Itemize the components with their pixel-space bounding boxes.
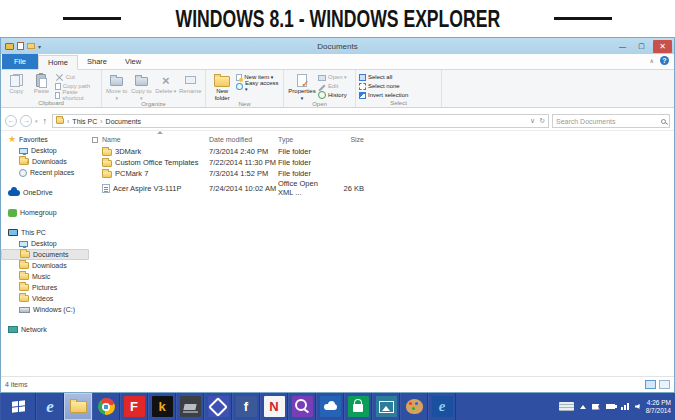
breadcrumb-documents[interactable]: Documents (106, 118, 141, 125)
volume-muted-icon[interactable] (635, 404, 640, 409)
group-label-select: Select (356, 100, 441, 107)
photos-icon (376, 396, 397, 417)
history-button[interactable]: History (318, 91, 347, 99)
help-icon[interactable]: ? (660, 56, 669, 65)
invert-selection-button[interactable]: Invert selection (359, 91, 408, 99)
taskbar-icon-search[interactable] (288, 393, 316, 420)
easy-access-button[interactable]: Easy access (236, 82, 280, 90)
taskbar-icon-flipboard[interactable]: F (120, 393, 148, 420)
taskbar-icon-ie-tile[interactable]: e (428, 393, 456, 420)
column-size[interactable]: Size (326, 136, 368, 143)
device-icon (180, 396, 201, 417)
taskbar-icon-file-explorer[interactable] (64, 393, 92, 420)
battery-icon[interactable] (606, 404, 615, 409)
taskbar-icon-paint[interactable] (400, 393, 428, 420)
breadcrumb[interactable]: › This PC › Documents ∨ ↻ (52, 114, 549, 128)
tab-file[interactable]: File (2, 54, 38, 69)
nav-item-homegroup[interactable]: Homegroup (1, 207, 89, 218)
nav-item-pictures[interactable]: Pictures (1, 282, 89, 293)
thumbnails-view-button[interactable] (659, 380, 670, 389)
paste-shortcut-button[interactable]: Paste shortcut (55, 91, 98, 99)
cut-button[interactable]: Cut (55, 73, 98, 81)
search-icon[interactable] (661, 119, 666, 124)
taskbar: e F k f N (0, 393, 675, 420)
nav-item-desktop[interactable]: Desktop (1, 145, 89, 156)
select-all-checkbox[interactable] (92, 137, 98, 143)
nav-item-videos[interactable]: Videos (1, 293, 89, 304)
taskbar-icon-onedrive[interactable] (316, 393, 344, 420)
minimize-button[interactable]: — (613, 40, 632, 53)
table-row[interactable]: 3DMark 7/3/2014 2:40 PM File folder (89, 146, 674, 157)
nav-item-pc-downloads[interactable]: Downloads (1, 260, 89, 271)
delete-button[interactable]: × Delete (154, 72, 178, 95)
back-icon[interactable]: ← (5, 115, 17, 127)
nav-item-favorites[interactable]: ★Favorites (1, 134, 89, 145)
nav-item-music[interactable]: Music (1, 271, 89, 282)
nav-item-network[interactable]: Network (1, 324, 89, 335)
taskbar-icon-netflix[interactable]: N (260, 393, 288, 420)
select-none-button[interactable]: Select none (359, 82, 408, 90)
taskbar-icon-chrome[interactable] (92, 393, 120, 420)
breadcrumb-this-pc[interactable]: This PC (72, 118, 97, 125)
rename-icon (185, 76, 196, 84)
taskbar-icon-photos[interactable] (372, 393, 400, 420)
taskbar-icon-device[interactable] (176, 393, 204, 420)
select-all-button[interactable]: Select all (359, 73, 408, 81)
taskbar-icon-facebook[interactable]: f (232, 393, 260, 420)
start-button[interactable] (0, 393, 36, 420)
facebook-icon: f (244, 396, 248, 417)
table-row[interactable]: Acer Aspire V3-111P 7/24/2014 10:02 AM O… (89, 179, 674, 190)
nav-item-recent-places[interactable]: Recent places (1, 167, 89, 178)
cut-icon (55, 73, 64, 82)
select-all-icon (359, 74, 366, 81)
copy-to-button[interactable]: Copy to (130, 72, 154, 101)
nav-item-downloads[interactable]: Downloads (1, 156, 89, 167)
nav-item-pc-desktop[interactable]: Desktop (1, 238, 89, 249)
refresh-icon[interactable]: ↻ (539, 117, 545, 125)
move-to-button[interactable]: Move to (105, 72, 129, 101)
copy-button[interactable]: Copy (4, 72, 28, 95)
tab-home[interactable]: Home (38, 55, 78, 70)
group-label-organize: Organize (102, 101, 205, 108)
maximize-button[interactable]: ▢ (632, 40, 651, 53)
touch-keyboard-icon[interactable] (559, 402, 574, 411)
network-signal-icon[interactable] (621, 403, 629, 410)
taskbar-icon-store[interactable] (344, 393, 372, 420)
paste-button[interactable]: Paste (29, 72, 53, 95)
network-icon (8, 326, 18, 333)
address-bar: ← → ▾ ↑ › This PC › Documents ∨ ↻ (1, 112, 674, 131)
nav-item-onedrive[interactable]: OneDrive (1, 187, 89, 198)
column-date-modified[interactable]: Date modified (209, 136, 278, 143)
edit-button[interactable]: Edit (318, 82, 347, 90)
collapse-ribbon-icon[interactable]: ∧ (650, 57, 654, 64)
table-row[interactable]: PCMark 7 7/3/2014 1:52 PM File folder (89, 168, 674, 179)
taskbar-icon-app[interactable] (204, 393, 232, 420)
table-row[interactable]: Custom Office Templates 7/22/2014 11:30 … (89, 157, 674, 168)
up-icon[interactable]: ↑ (43, 116, 48, 126)
new-folder-button[interactable]: New folder (209, 72, 235, 101)
taskbar-clock[interactable]: 4:26 PM 8/7/2014 (646, 399, 671, 415)
search-input[interactable] (556, 118, 661, 125)
show-hidden-icons-icon[interactable] (580, 405, 586, 409)
details-view-button[interactable] (645, 380, 656, 389)
column-name[interactable]: Name (102, 136, 209, 143)
forward-icon[interactable]: → (20, 115, 32, 127)
nav-item-this-pc[interactable]: This PC (1, 227, 89, 238)
taskbar-icon-ie[interactable]: e (36, 393, 64, 420)
explorer-window: ▾ Documents — ▢ ✕ File Home Share View ∧… (0, 37, 675, 393)
tab-share[interactable]: Share (78, 54, 116, 69)
action-center-flag-icon[interactable] (592, 404, 600, 410)
folder-icon (102, 171, 112, 178)
tab-view[interactable]: View (116, 54, 150, 69)
rename-button[interactable]: Rename (179, 72, 203, 95)
address-dropdown-icon[interactable]: ∨ (530, 117, 535, 125)
close-button[interactable]: ✕ (653, 40, 672, 53)
open-button[interactable]: Open (318, 73, 347, 81)
taskbar-icon-kik[interactable]: k (148, 393, 176, 420)
nav-item-pc-documents[interactable]: Documents (1, 249, 89, 260)
history-dropdown-icon[interactable]: ▾ (35, 118, 38, 124)
system-tray: 4:26 PM 8/7/2014 (559, 393, 675, 420)
properties-button[interactable]: Properties (287, 72, 317, 101)
column-type[interactable]: Type (278, 136, 326, 143)
nav-item-windows-c[interactable]: Windows (C:) (1, 304, 89, 315)
